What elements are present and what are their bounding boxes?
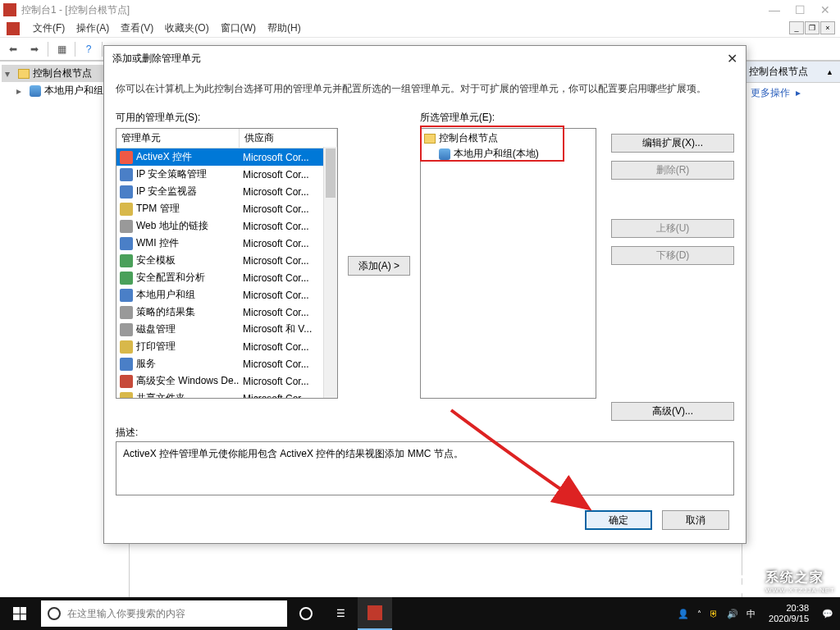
search-icon: [48, 607, 61, 620]
list-item[interactable]: ActiveX 控件Microsoft Cor...: [116, 148, 337, 166]
tb-help[interactable]: ?: [79, 40, 98, 58]
titlebar: 控制台1 - [控制台根节点] — ☐ ✕: [0, 0, 840, 20]
col-snapin[interactable]: 管理单元: [116, 129, 240, 148]
watermark: 系统之家 WWW.XTZJJA.NET: [733, 569, 835, 594]
tb-grid[interactable]: ▦: [52, 40, 71, 58]
tray-notifications-icon[interactable]: 💬: [822, 609, 833, 619]
menu-help[interactable]: 帮助(H): [267, 21, 301, 35]
menu-file[interactable]: 文件(F): [33, 21, 65, 35]
list-item[interactable]: 安全模板Microsoft Cor...: [116, 252, 337, 269]
snapin-icon: [120, 203, 133, 216]
list-scrollbar[interactable]: [323, 147, 337, 398]
tb-back[interactable]: ⬅: [3, 40, 23, 58]
minimize-button[interactable]: —: [769, 3, 780, 16]
collapse-icon[interactable]: ▲: [826, 68, 833, 76]
list-item[interactable]: IP 安全监视器Microsoft Cor...: [116, 183, 337, 200]
list-item[interactable]: 策略的结果集Microsoft Cor...: [116, 304, 337, 321]
dialog-titlebar: 添加或删除管理单元 ✕: [104, 46, 746, 71]
taskbar: 在这里输入你要搜索的内容 ☰ 👤 ˄ ⛨ 🔊 中 20:38 2020/9/15…: [0, 597, 840, 630]
list-item[interactable]: Web 地址的链接Microsoft Cor...: [116, 217, 337, 235]
list-item[interactable]: 本地用户和组Microsoft Cor...: [116, 286, 337, 304]
list-item[interactable]: TPM 管理Microsoft Cor...: [116, 200, 337, 217]
snapin-icon: [120, 254, 133, 267]
tree-root-label: 控制台根节点: [33, 66, 92, 80]
task-cortana[interactable]: [289, 597, 323, 630]
tree-child-label: 本地用户和组: [44, 84, 103, 98]
menu-window[interactable]: 窗口(W): [221, 21, 256, 35]
task-taskview[interactable]: ☰: [323, 597, 358, 630]
tray-shield-icon[interactable]: ⛨: [710, 609, 719, 619]
mdi-close[interactable]: ×: [820, 21, 835, 34]
task-mmc[interactable]: [358, 597, 392, 630]
tray-people-icon[interactable]: 👤: [678, 609, 689, 619]
close-button[interactable]: ✕: [820, 3, 830, 16]
snapin-icon: [120, 289, 133, 302]
dialog-close-button[interactable]: ✕: [727, 51, 737, 66]
ok-button[interactable]: 确定: [585, 510, 652, 530]
selected-column: 所选管理单元(E): 控制台根节点 本地用户和组(本地): [420, 111, 596, 421]
available-column: 可用的管理单元(S): 管理单元 供应商 ActiveX 控件Microsoft…: [116, 111, 338, 421]
list-item[interactable]: 打印管理Microsoft Cor...: [116, 338, 337, 355]
snapin-icon: [120, 272, 133, 285]
snapin-icon: [120, 220, 133, 233]
description-label: 描述:: [116, 426, 734, 440]
app-icon: [3, 3, 16, 16]
snapin-icon: [120, 392, 133, 399]
middle-column: 添加(A) >: [345, 111, 413, 421]
move-up-button[interactable]: 上移(U): [611, 219, 734, 238]
snapin-icon: [120, 237, 133, 250]
menu-action[interactable]: 操作(A): [76, 21, 109, 35]
cancel-button[interactable]: 取消: [662, 510, 729, 530]
window-title: 控制台1 - [控制台根节点]: [21, 3, 130, 17]
available-listbox[interactable]: 管理单元 供应商 ActiveX 控件Microsoft Cor...IP 安全…: [116, 128, 338, 399]
snapin-icon: [120, 375, 133, 388]
list-item[interactable]: 安全配置和分析Microsoft Cor...: [116, 269, 337, 286]
task-icons: ☰: [289, 597, 392, 630]
selected-tree[interactable]: 控制台根节点 本地用户和组(本地): [420, 128, 596, 399]
list-item[interactable]: IP 安全策略管理Microsoft Cor...: [116, 166, 337, 183]
list-item[interactable]: 共享文件夹Microsoft Cor...: [116, 390, 337, 399]
list-item[interactable]: 磁盘管理Microsoft 和 V...: [116, 321, 337, 338]
mdi-min[interactable]: _: [789, 21, 804, 34]
add-button[interactable]: 添加(A) >: [348, 256, 410, 276]
list-item[interactable]: 服务Microsoft Cor...: [116, 355, 337, 372]
dialog-description: 你可以在计算机上为此控制台选择可用的管理单元并配置所选的一组管理单元。对于可扩展…: [104, 71, 746, 111]
folder-icon: [18, 69, 30, 79]
start-button[interactable]: [0, 597, 39, 630]
snapin-dialog: 添加或删除管理单元 ✕ 你可以在计算机上为此控制台选择可用的管理单元并配置所选的…: [103, 45, 746, 544]
dialog-title: 添加或删除管理单元: [112, 52, 201, 66]
edit-extensions-button[interactable]: 编辑扩展(X)...: [611, 134, 734, 153]
snapin-icon: [120, 306, 133, 319]
tray-clock[interactable]: 20:38 2020/9/15: [764, 603, 814, 624]
move-down-button[interactable]: 下移(D): [611, 246, 734, 265]
advanced-button[interactable]: 高级(V)...: [611, 402, 734, 421]
dialog-footer: 确定 取消: [104, 495, 746, 543]
tb-fwd[interactable]: ➡: [25, 40, 44, 58]
menu-favorites[interactable]: 收藏夹(O): [165, 21, 208, 35]
taskbar-search[interactable]: 在这里输入你要搜索的内容: [41, 600, 287, 627]
users-icon: [30, 85, 41, 97]
app-icon-small: [7, 22, 20, 35]
selected-label: 所选管理单元(E):: [420, 111, 596, 125]
mdi-restore[interactable]: ❐: [805, 21, 819, 34]
available-label: 可用的管理单元(S):: [116, 111, 338, 125]
snapin-icon: [120, 168, 133, 181]
menu-view[interactable]: 查看(V): [121, 21, 153, 35]
description-box: ActiveX 控件管理单元使你能用包含 ActiveX 控件的结果视图添加 M…: [116, 441, 734, 495]
actions-panel: 控制台根节点 ▲ 更多操作 ▸: [742, 62, 840, 615]
list-item[interactable]: 高级安全 Windows De...Microsoft Cor...: [116, 372, 337, 390]
tray-ime-icon[interactable]: 中: [746, 608, 756, 620]
actions-more[interactable]: 更多操作 ▸: [742, 83, 840, 103]
search-placeholder: 在这里输入你要搜索的内容: [67, 607, 185, 621]
col-vendor[interactable]: 供应商: [240, 129, 337, 148]
remove-button[interactable]: 删除(R): [611, 161, 734, 180]
right-buttons: 编辑扩展(X)... 删除(R) 上移(U) 下移(D) 高级(V)...: [603, 111, 734, 421]
list-item[interactable]: WMI 控件Microsoft Cor...: [116, 235, 337, 252]
snapin-icon: [120, 185, 133, 199]
snapin-icon: [120, 340, 133, 354]
maximize-button[interactable]: ☐: [795, 3, 806, 16]
annotation-red-box: [420, 126, 564, 162]
tray-volume-icon[interactable]: 🔊: [727, 609, 738, 619]
window-buttons: — ☐ ✕: [769, 3, 837, 16]
tray-overflow[interactable]: ˄: [697, 609, 701, 619]
